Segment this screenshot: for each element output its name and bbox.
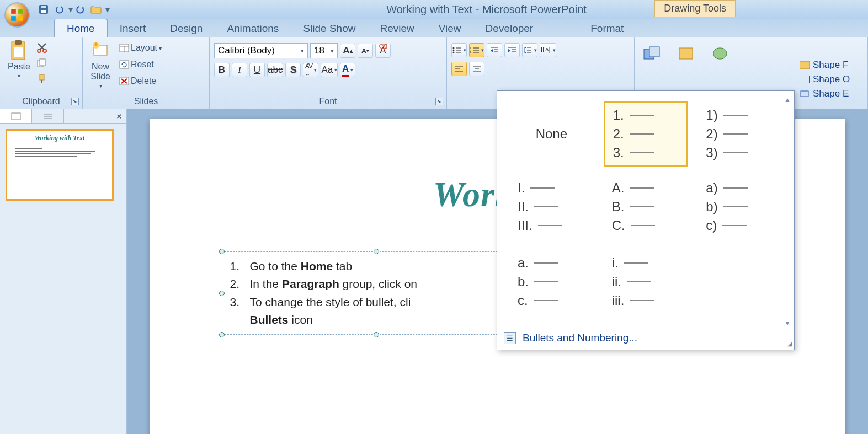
line-spacing-icon[interactable] xyxy=(522,43,537,57)
svg-rect-60 xyxy=(800,61,810,69)
clear-formatting-icon[interactable]: A⌫ xyxy=(375,44,391,58)
open-icon[interactable] xyxy=(90,3,102,15)
group-slides: New Slide ▾ Layout▾ Reset Delete Slides xyxy=(83,37,210,109)
thumb-title: Working with Text xyxy=(7,134,112,142)
tab-format[interactable]: Format xyxy=(578,19,636,37)
format-painter-icon[interactable] xyxy=(36,73,48,85)
tab-slideshow[interactable]: Slide Show xyxy=(291,19,368,37)
shape-fill-button[interactable]: Shape F xyxy=(800,60,865,71)
numbering-alpha-lower-paren[interactable]: a) b) c) xyxy=(697,174,782,240)
numbered-list[interactable]: Go to the Home tabIn the Paragraph group… xyxy=(230,258,523,329)
shape-effects-button[interactable]: Shape E xyxy=(800,88,865,99)
undo-icon[interactable] xyxy=(53,3,65,15)
svg-rect-16 xyxy=(40,74,44,80)
paste-button[interactable]: Paste ▾ xyxy=(4,40,34,80)
slides-tab-icon[interactable] xyxy=(0,109,32,123)
dropdown-icon[interactable]: ▾ xyxy=(68,4,71,15)
tab-review[interactable]: Review xyxy=(368,19,426,37)
svg-rect-5 xyxy=(41,6,46,8)
quick-styles-button[interactable] xyxy=(673,43,700,65)
tab-developer[interactable]: Developer xyxy=(473,19,546,37)
bullets-button[interactable] xyxy=(451,43,467,57)
arrange-button[interactable] xyxy=(639,43,665,65)
svg-rect-17 xyxy=(41,80,42,83)
numbering-123-paren[interactable]: 1) 2) 3) xyxy=(697,101,782,167)
shadow-button[interactable]: S xyxy=(285,63,301,77)
title-bar: ▾ ▾ Working with Text - Microsoft PowerP… xyxy=(0,0,868,19)
align-center-icon[interactable] xyxy=(469,62,484,76)
svg-rect-58 xyxy=(679,48,693,59)
svg-rect-6 xyxy=(41,10,46,13)
numbering-button[interactable]: 123 xyxy=(469,43,484,57)
layout-button[interactable]: Layout▾ xyxy=(116,42,165,54)
numbering-alpha-lower-dot[interactable]: a. b. c. xyxy=(509,249,594,315)
bold-button[interactable]: B xyxy=(214,63,230,77)
svg-text:A: A xyxy=(545,47,549,52)
shape-outline-button[interactable]: Shape O xyxy=(800,74,865,85)
change-case-button[interactable]: Aa xyxy=(321,63,338,77)
svg-rect-1 xyxy=(18,9,23,14)
clipboard-launcher[interactable]: ⬊ xyxy=(71,98,79,105)
text-direction-icon[interactable]: llA xyxy=(540,43,556,57)
tab-insert[interactable]: Insert xyxy=(108,19,158,37)
resize-handle[interactable] xyxy=(374,249,379,254)
numbering-roman-lower[interactable]: i. ii. iii. xyxy=(604,249,688,315)
svg-rect-0 xyxy=(11,9,16,14)
contextual-tab-label: Drawing Tools xyxy=(654,0,736,17)
close-panel-icon[interactable]: × xyxy=(112,109,126,123)
italic-button[interactable]: I xyxy=(232,63,247,77)
scroll-up-icon[interactable]: ▲ xyxy=(783,95,792,104)
svg-rect-2 xyxy=(11,16,16,21)
resize-handle[interactable] xyxy=(219,249,225,254)
align-left-icon[interactable] xyxy=(451,62,467,76)
grow-font-icon[interactable]: A▴ xyxy=(340,44,355,58)
svg-rect-8 xyxy=(15,40,22,45)
save-icon[interactable] xyxy=(38,3,50,15)
svg-rect-15 xyxy=(40,59,45,66)
svg-rect-57 xyxy=(649,47,659,57)
underline-button[interactable]: U xyxy=(249,63,265,77)
font-color-button[interactable]: A xyxy=(340,63,355,77)
numbering-none[interactable]: None xyxy=(509,101,594,167)
font-name-combo[interactable]: Calibri (Body)▾ xyxy=(214,43,308,58)
svg-rect-59 xyxy=(713,48,727,59)
slide-thumbnail[interactable]: Working with Text xyxy=(6,129,114,201)
decrease-indent-icon[interactable] xyxy=(487,43,502,57)
shape-button[interactable] xyxy=(707,43,734,65)
ribbon-tabs: Home Insert Design Animations Slide Show… xyxy=(0,19,868,37)
dropdown-scrollbar[interactable]: ▲ ▼ xyxy=(782,95,792,328)
outline-tab-icon[interactable] xyxy=(32,109,64,123)
numbering-123-dot[interactable]: 1. 2. 3. xyxy=(604,101,688,167)
bullets-numbering-dialog[interactable]: ☰ Bullets and Numbering... xyxy=(497,326,794,350)
delete-button[interactable]: Delete xyxy=(116,75,165,87)
tab-view[interactable]: View xyxy=(427,19,473,37)
svg-rect-62 xyxy=(801,91,808,97)
new-slide-button[interactable]: New Slide ▾ xyxy=(87,40,114,90)
quick-access-toolbar: ▾ ▾ xyxy=(38,0,108,19)
copy-icon[interactable] xyxy=(36,57,48,69)
slides-panel: × 1 Working with Text xyxy=(0,109,127,434)
resize-handle[interactable] xyxy=(374,332,379,337)
font-launcher[interactable]: ⬊ xyxy=(435,98,443,105)
resize-handle[interactable] xyxy=(219,291,225,296)
char-spacing-button[interactable]: AV↔ xyxy=(303,63,318,77)
numbering-alpha-upper[interactable]: A. B. C. xyxy=(604,174,688,240)
resize-handle[interactable] xyxy=(219,332,225,337)
reset-button[interactable]: Reset xyxy=(116,58,165,71)
shrink-font-icon[interactable]: A▾ xyxy=(358,44,373,58)
tab-design[interactable]: Design xyxy=(158,19,215,37)
font-size-combo[interactable]: 18▾ xyxy=(310,43,338,58)
content-textbox[interactable]: Go to the Home tabIn the Paragraph group… xyxy=(222,251,531,335)
resize-grip-icon[interactable]: ◢ xyxy=(787,340,792,347)
numbering-dropdown: None 1. 2. 3. 1) 2) 3) I. II. III. A. B.… xyxy=(497,90,795,350)
increase-indent-icon[interactable] xyxy=(504,43,520,57)
tab-home[interactable]: Home xyxy=(54,19,108,37)
group-label-clipboard: Clipboard xyxy=(0,97,82,106)
office-button[interactable] xyxy=(4,2,30,28)
cut-icon[interactable] xyxy=(36,42,48,54)
numbering-roman-upper[interactable]: I. II. III. xyxy=(509,174,594,240)
redo-icon[interactable] xyxy=(74,3,87,15)
strikethrough-button[interactable]: abc xyxy=(267,63,283,77)
tab-animations[interactable]: Animations xyxy=(215,19,291,37)
scroll-down-icon[interactable]: ▼ xyxy=(783,319,792,328)
